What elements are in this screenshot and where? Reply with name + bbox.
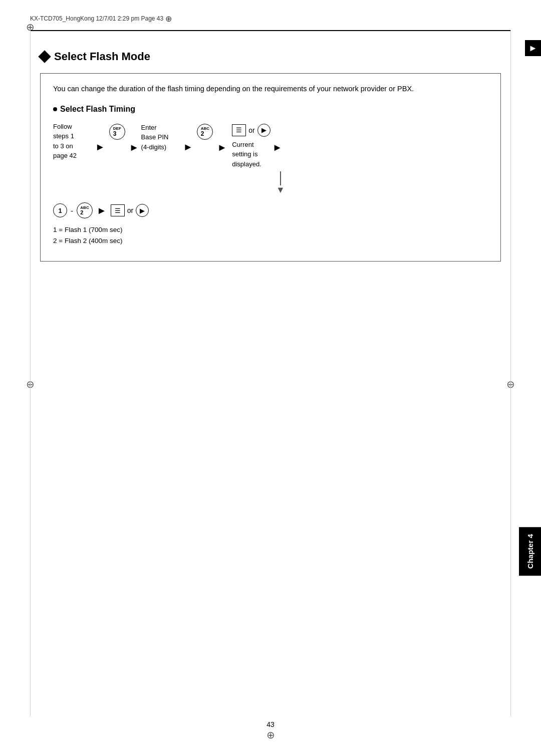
flow-row-1: Followsteps 1to 3 onpage 42 ► DEF3 ► Ent…	[53, 122, 488, 169]
key-def3: DEF3	[109, 124, 125, 140]
bullet-icon	[53, 107, 57, 111]
pin-label: EnterBase PIN(4-digits)	[141, 123, 169, 152]
arrow-row2: ►	[97, 205, 107, 216]
v-line	[280, 171, 281, 185]
intro-text: You can change the duration of the flash…	[53, 84, 488, 95]
chapter-label: Chapter 4	[526, 534, 534, 569]
vertical-connector: ▼	[73, 171, 488, 194]
section-title-text: Select Flash Mode	[54, 50, 150, 63]
key-abc2-text: ABC2	[201, 127, 209, 137]
top-rule	[30, 30, 511, 31]
content-box: You can change the duration of the flash…	[40, 73, 501, 262]
key-1-text: 1	[58, 207, 62, 214]
flow-notes: 1 = Flash 1 (700m sec) 2 = Flash 2 (400m…	[53, 224, 488, 246]
step1-label: Followsteps 1to 3 onpage 42	[53, 122, 77, 161]
note-2: 2 = Flash 2 (400m sec)	[53, 235, 488, 246]
current-setting: Currentsetting isdisplayed.	[232, 140, 261, 169]
note-1: 1 = Flash 1 (700m sec)	[53, 224, 488, 235]
diamond-icon	[38, 50, 51, 63]
main-content: Select Flash Mode You can change the dur…	[40, 50, 501, 272]
flow-step-enter-pin: EnterBase PIN(4-digits)	[141, 123, 181, 152]
subsection-title-text: Select Flash Timing	[60, 105, 135, 114]
dash-text: -	[71, 206, 73, 215]
left-margin-rule	[30, 30, 31, 716]
section-title: Select Flash Mode	[40, 50, 501, 63]
v-arrow-icon: ▼	[276, 185, 285, 194]
key-1: 1	[53, 203, 67, 217]
or-text-1: or	[248, 126, 254, 134]
arrow-4: ►	[217, 142, 227, 153]
arrow-2: ►	[129, 142, 139, 153]
key-abc2-row2-text: ABC2	[80, 206, 89, 215]
subsection-title: Select Flash Timing	[53, 105, 488, 114]
arrow-3: ►	[183, 141, 193, 153]
file-info-text: KX-TCD705_HongKong 12/7/01 2:29 pm Page …	[30, 15, 163, 22]
key-abc2: ABC2	[197, 124, 213, 140]
header-crosshair-icon	[165, 14, 174, 23]
flow-step-1: Followsteps 1to 3 onpage 42	[53, 122, 93, 161]
menu-or-play-container: ☰ or ▶ Currentsetting isdisplayed.	[232, 122, 270, 169]
play-btn-1: ▶	[257, 124, 270, 137]
key-abc2-container: ABC2	[197, 124, 213, 140]
header-info: KX-TCD705_HongKong 12/7/01 2:29 pm Page …	[30, 14, 511, 23]
arrow-5: ►	[273, 142, 283, 153]
flow-row-2: 1 - ABC2 ► ☰ or ▶	[53, 202, 488, 218]
bottom-crosshair-icon: ⊕	[266, 729, 275, 741]
play-btn-2: ▶	[136, 204, 149, 217]
arrow-1: ►	[95, 141, 105, 153]
key-def3-container: DEF3	[109, 124, 125, 140]
menu-icon-2: ☰	[111, 204, 125, 216]
page-number: 43	[266, 720, 275, 728]
inline-flow-2: ☰ or ▶	[111, 204, 149, 217]
menu-icon: ☰	[232, 124, 246, 136]
or-text-2: or	[127, 206, 133, 214]
right-arrow-tab: ►	[525, 40, 541, 56]
chapter-tab: Chapter 4	[519, 527, 541, 576]
right-margin-rule	[510, 30, 511, 716]
key-abc2-row2: ABC2	[77, 202, 93, 218]
key-def3-text: DEF3	[113, 127, 121, 137]
current-label: Currentsetting isdisplayed.	[232, 141, 261, 168]
inline-flow-1: ☰ or ▶	[232, 124, 270, 137]
